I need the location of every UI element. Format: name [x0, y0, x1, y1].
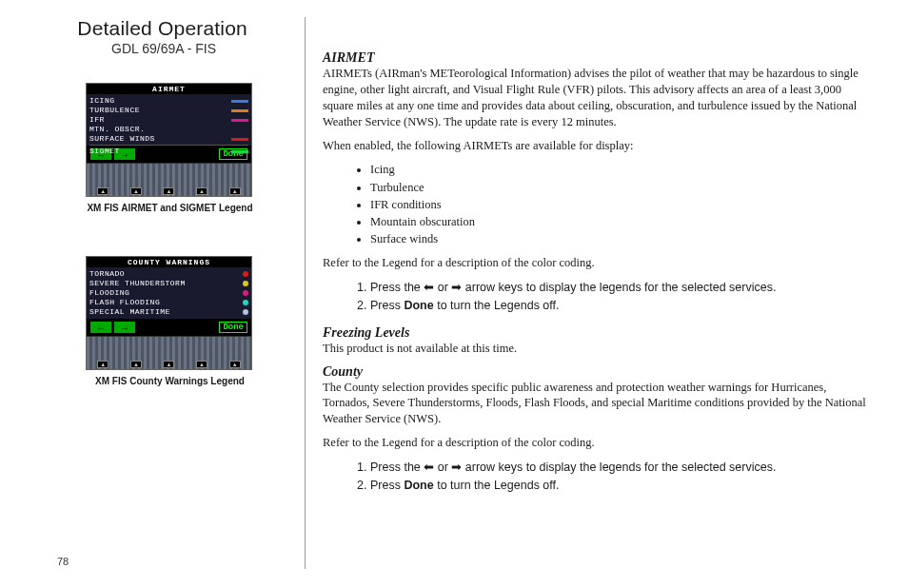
figure-airmet-legend: AIRMET ICING TURBULENCE IFR MTN. OBSCR. … — [86, 83, 305, 213]
softkey[interactable]: ▲ — [229, 187, 241, 195]
figure-caption: XM FIS AIRMET and SIGMET Legend — [86, 203, 254, 213]
body-paragraph: When enabled, the following AIRMETs are … — [323, 138, 875, 154]
step-list: Press the ⬅ or ➡ arrow keys to display t… — [370, 459, 875, 496]
left-arrow-button[interactable]: ← — [90, 322, 111, 333]
page-number: 78 — [57, 556, 69, 567]
panel-title: AIRMET — [87, 84, 251, 94]
page-subtitle: GDL 69/69A - FIS — [29, 41, 305, 56]
figure-county-legend: COUNTY WARNINGS TORNADO SEVERE THUNDERST… — [86, 256, 305, 386]
body-paragraph: Refer to the Legend for a description of… — [323, 435, 875, 451]
section-heading-freezing: Freezing Levels — [323, 325, 875, 341]
softkey[interactable]: ▲ — [97, 361, 109, 368]
figure-caption: XM FIS County Warnings Legend — [86, 376, 254, 386]
softkey[interactable]: ▲ — [97, 187, 109, 195]
softkey[interactable]: ▲ — [196, 361, 207, 368]
step-item: Press Done to turn the Legends off. — [370, 297, 875, 315]
step-item: Press the ⬅ or ➡ arrow keys to display t… — [370, 459, 875, 477]
softkey[interactable]: ▲ — [130, 187, 142, 195]
softkey[interactable]: ▲ — [229, 361, 241, 368]
body-paragraph: The County selection provides specific p… — [323, 380, 875, 428]
list-item: Mountain obscuration — [370, 213, 875, 230]
list-item: IFR conditions — [370, 196, 875, 213]
step-list: Press the ⬅ or ➡ arrow keys to display t… — [370, 279, 875, 316]
right-arrow-icon: ➡ — [451, 461, 462, 474]
left-arrow-icon: ⬅ — [424, 281, 434, 294]
softkey[interactable]: ▲ — [130, 361, 142, 368]
list-item: Turbulence — [370, 179, 875, 196]
softkey[interactable]: ▲ — [163, 361, 174, 368]
section-heading-county: County — [323, 364, 875, 380]
body-paragraph: This product is not available at this ti… — [323, 341, 875, 357]
body-paragraph: Refer to the Legend for a description of… — [323, 255, 875, 271]
panel-title: COUNTY WARNINGS — [87, 257, 251, 267]
right-arrow-button[interactable]: → — [114, 322, 135, 333]
softkey[interactable]: ▲ — [163, 187, 174, 195]
section-heading-airmet: AIRMET — [323, 50, 875, 66]
step-item: Press the ⬅ or ➡ arrow keys to display t… — [370, 279, 875, 297]
left-arrow-icon: ⬅ — [424, 461, 434, 474]
softkey[interactable]: ▲ — [196, 187, 207, 195]
step-item: Press Done to turn the Legends off. — [370, 477, 875, 495]
body-paragraph: AIRMETs (AIRman's METeorological Informa… — [323, 66, 875, 130]
done-button[interactable]: Done — [219, 322, 247, 333]
airmet-bullet-list: Icing Turbulence IFR conditions Mountain… — [370, 161, 875, 247]
right-arrow-icon: ➡ — [451, 281, 462, 294]
list-item: Surface winds — [370, 230, 875, 247]
list-item: Icing — [370, 161, 875, 178]
page-title: Detailed Operation — [29, 17, 305, 40]
